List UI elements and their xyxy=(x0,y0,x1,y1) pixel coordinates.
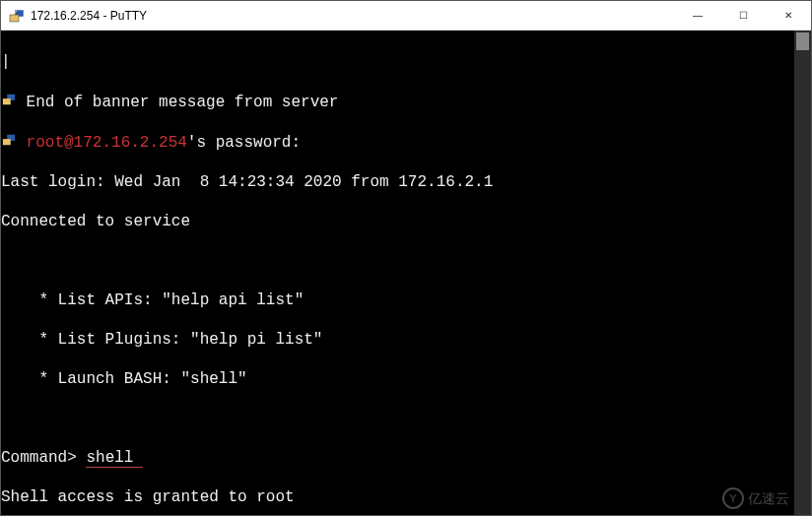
terminal[interactable]: | End of banner message from server root… xyxy=(1,31,811,515)
typed-shell: shell xyxy=(86,449,143,468)
last-login: Last login: Wed Jan 8 14:23:34 2020 from… xyxy=(1,172,809,192)
minimize-button[interactable]: — xyxy=(675,1,720,30)
connected: Connected to service xyxy=(1,212,809,231)
putty-icon xyxy=(1,92,17,107)
banner-end: End of banner message from server xyxy=(1,92,809,112)
watermark: Y 亿速云 xyxy=(722,487,789,509)
putty-window: 172.16.2.254 - PuTTY — ☐ ✕ | End of bann… xyxy=(0,0,812,516)
maximize-button[interactable]: ☐ xyxy=(720,1,766,30)
scroll-thumb[interactable] xyxy=(796,32,809,50)
putty-icon xyxy=(1,132,17,148)
hint-api: * List APIs: "help api list" xyxy=(1,290,809,310)
close-button[interactable]: ✕ xyxy=(766,1,811,30)
terminal-content: | End of banner message from server root… xyxy=(1,31,811,515)
blank-2 xyxy=(1,409,809,428)
hint-bash: * Launch BASH: "shell" xyxy=(1,369,809,389)
pw-host: root@172.16.2.254 xyxy=(27,134,187,152)
password-prompt: root@172.16.2.254's password: xyxy=(1,132,809,153)
window-controls: — ☐ ✕ xyxy=(675,1,811,30)
blank-1 xyxy=(1,251,809,271)
scrollbar[interactable] xyxy=(794,31,811,515)
svg-rect-1 xyxy=(10,15,19,22)
cursor-top-line: | xyxy=(1,52,809,72)
svg-rect-6 xyxy=(3,139,11,145)
hint-pi: * List Plugins: "help pi list" xyxy=(1,330,809,350)
window-title: 172.16.2.254 - PuTTY xyxy=(31,9,675,23)
watermark-icon: Y xyxy=(722,487,744,509)
svg-rect-4 xyxy=(3,98,11,104)
putty-icon xyxy=(9,8,25,24)
command-shell: Command> shell xyxy=(1,448,809,468)
shell-granted: Shell access is granted to root xyxy=(1,487,809,507)
title-bar[interactable]: 172.16.2.254 - PuTTY — ☐ ✕ xyxy=(1,1,811,31)
watermark-text: 亿速云 xyxy=(748,488,789,508)
